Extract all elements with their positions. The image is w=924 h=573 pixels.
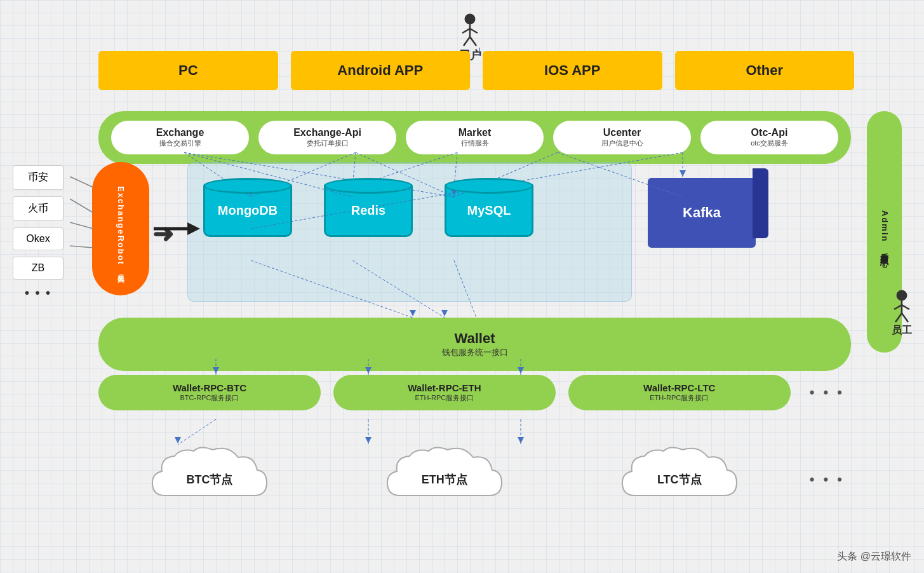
service-ucenter: Ucenter 用户信息中心 xyxy=(553,121,691,154)
svg-line-38 xyxy=(464,37,470,46)
db-mongodb: MongoDB xyxy=(197,178,298,237)
exchange-binan: 币安 xyxy=(13,165,64,190)
svg-marker-27 xyxy=(441,310,448,316)
client-box-android: Android APP xyxy=(291,51,471,90)
wallet-rpc-btc: Wallet-RPC-BTC BTC-RPC服务接口 xyxy=(98,375,321,410)
employee-figure: 员工 xyxy=(889,289,914,337)
employee-label: 员工 xyxy=(892,324,912,337)
client-boxes-container: PC Android APP IOS APP Other xyxy=(98,51,854,90)
svg-line-47 xyxy=(70,199,93,213)
svg-marker-26 xyxy=(410,310,416,316)
svg-marker-31 xyxy=(175,437,181,443)
kafka-box-side xyxy=(753,168,768,238)
svg-line-44 xyxy=(895,313,902,322)
user-icon xyxy=(457,13,483,48)
svg-marker-33 xyxy=(518,437,524,443)
client-box-other: Other xyxy=(675,51,855,90)
kafka-box: Kafka xyxy=(648,178,756,248)
exchange-robot: ExchangeRobot 交易机器人 xyxy=(92,162,149,295)
exchanges-list: 币安 火币 Okex ZB • • • xyxy=(13,165,64,300)
db-redis: Redis xyxy=(318,178,419,237)
wallet-rpc-eth: Wallet-RPC-ETH ETH-RPC服务接口 xyxy=(333,375,556,410)
svg-point-40 xyxy=(897,290,907,300)
svg-line-37 xyxy=(470,29,478,33)
watermark: 头条 @云璟软件 xyxy=(837,550,911,563)
svg-line-45 xyxy=(902,313,908,322)
clouds-row: BTC节点 ETH节点 LTC节点 • • • xyxy=(98,445,851,515)
client-box-ios: IOS APP xyxy=(483,51,662,90)
db-mysql: MySQL xyxy=(438,178,540,237)
rpc-more-dots: • • • xyxy=(803,384,851,401)
employee-icon xyxy=(889,289,914,324)
exchange-huobi: 火币 xyxy=(13,196,64,221)
svg-marker-32 xyxy=(365,437,372,443)
svg-marker-25 xyxy=(680,170,686,177)
databases-row: MongoDB Redis MySQL xyxy=(197,178,540,237)
svg-line-49 xyxy=(70,246,93,248)
exchange-zb: ZB xyxy=(13,257,64,280)
svg-line-46 xyxy=(70,177,93,187)
services-container: Exchange 撮合交易引擎 Exchange-Api 委托订单接口 Mark… xyxy=(98,111,851,164)
svg-line-39 xyxy=(470,37,476,46)
svg-line-19 xyxy=(178,419,216,445)
svg-line-48 xyxy=(70,222,93,229)
cloud-more-dots: • • • xyxy=(803,471,851,488)
client-box-pc: PC xyxy=(98,51,278,90)
arrow-robot-to-db: ➜ xyxy=(152,219,174,248)
service-exchange-api: Exchange-Api 委托订单接口 xyxy=(258,121,396,154)
wallet-container: Wallet 钱包服务统一接口 xyxy=(98,318,851,371)
wallet-rpc-row: Wallet-RPC-BTC BTC-RPC服务接口 Wallet-RPC-ET… xyxy=(98,375,851,410)
cloud-ltc: LTC节点 xyxy=(568,445,791,515)
exchange-more-dots: • • • xyxy=(13,286,64,300)
svg-line-36 xyxy=(462,29,470,33)
svg-line-42 xyxy=(894,305,902,309)
wallet-rpc-ltc: Wallet-RPC-LTC ETH-RPC服务接口 xyxy=(568,375,791,410)
svg-line-43 xyxy=(902,305,909,309)
main-diagram: 用户 PC Android APP IOS APP Other Exchange… xyxy=(0,0,924,573)
cloud-eth: ETH节点 xyxy=(333,445,556,515)
service-otc-api: Otc-Api otc交易服务 xyxy=(700,121,838,154)
cloud-btc: BTC节点 xyxy=(98,445,321,515)
exchange-okex: Okex xyxy=(13,227,64,250)
svg-point-34 xyxy=(465,14,475,24)
service-market: Market 行情服务 xyxy=(406,121,544,154)
service-exchange: Exchange 撮合交易引擎 xyxy=(111,121,249,154)
